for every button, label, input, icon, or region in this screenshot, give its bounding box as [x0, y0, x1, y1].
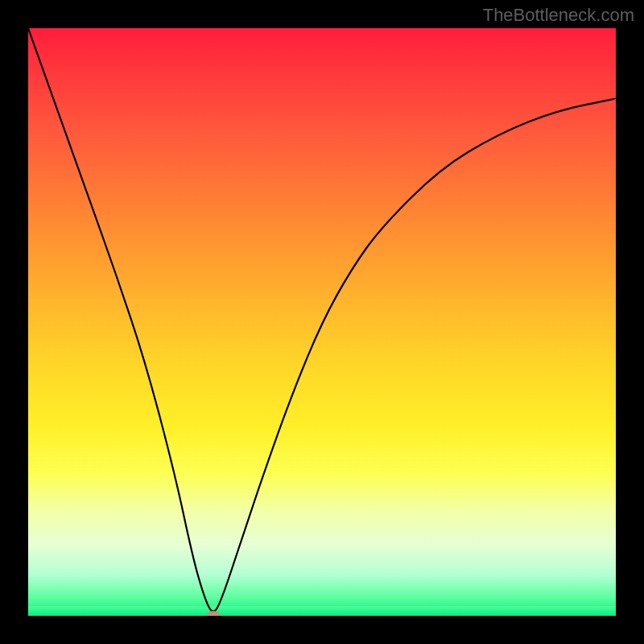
optimal-point-marker: [206, 611, 220, 616]
curve-svg: [28, 28, 616, 616]
bottleneck-curve-line: [28, 28, 616, 612]
chart: [28, 28, 616, 616]
watermark-text: TheBottleneck.com: [483, 5, 634, 26]
